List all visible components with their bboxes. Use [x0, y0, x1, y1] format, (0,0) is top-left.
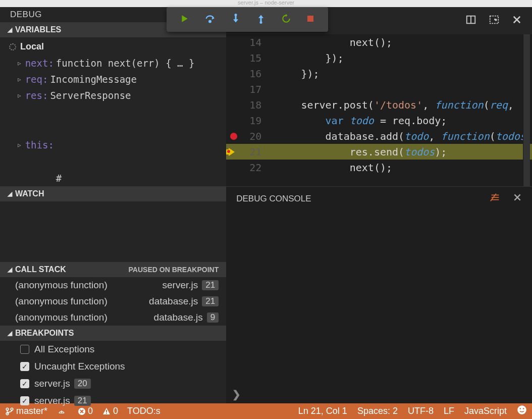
checkbox[interactable]: ✓: [20, 362, 29, 371]
toggle-preview-icon[interactable]: [489, 14, 500, 27]
feedback-icon[interactable]: [517, 405, 527, 417]
svg-point-20: [260, 21, 262, 24]
variable-value: ServerResponse: [50, 90, 131, 101]
expand-icon: ▷: [18, 142, 21, 148]
debug-console-title: DEBUG CONSOLE: [236, 194, 311, 204]
breakpoint-label: All Exceptions: [34, 344, 94, 355]
debug-toolbar[interactable]: [167, 7, 328, 32]
svg-point-33: [520, 408, 521, 409]
variable-row[interactable]: ▷ next: function next(err) { … }: [0, 55, 226, 71]
svg-point-14: [209, 20, 211, 22]
line-number: 14: [241, 36, 272, 48]
step-over-button[interactable]: [204, 13, 216, 26]
svg-marker-16: [233, 19, 238, 22]
section-watch[interactable]: ◢ WATCH: [0, 186, 226, 201]
clear-console-icon[interactable]: [490, 192, 501, 205]
variable-row[interactable]: ▷ this: #: [0, 103, 226, 186]
svg-point-4: [495, 19, 497, 21]
breakpoint-row[interactable]: ✓ Uncaught Exceptions: [0, 358, 226, 375]
breakpoint-label: Uncaught Exceptions: [34, 361, 125, 372]
callstack-status: PAUSED ON BREAKPOINT: [129, 266, 219, 274]
language-mode[interactable]: JavaScript: [464, 406, 507, 416]
console-output[interactable]: [226, 211, 532, 385]
editor-area: 14 next(); 15 }); 16 }); 17 18 server.po…: [226, 7, 532, 403]
restart-button[interactable]: [281, 14, 291, 26]
checkbox[interactable]: [20, 345, 29, 354]
variable-value: function next(err) { … }: [56, 58, 195, 69]
svg-point-31: [106, 413, 107, 414]
expand-icon: ▷: [18, 76, 21, 83]
code-line[interactable]: 17: [226, 81, 532, 97]
step-out-button[interactable]: [256, 14, 266, 26]
breakpoint-dot-icon[interactable]: [230, 133, 237, 140]
section-callstack[interactable]: ◢ CALL STACK PAUSED ON BREAKPOINT: [0, 262, 226, 277]
code-content: next();: [272, 36, 392, 48]
checkbox[interactable]: ✓: [20, 396, 29, 405]
code-line[interactable]: 22 next();: [226, 160, 532, 175]
indentation[interactable]: Spaces: 2: [357, 406, 398, 416]
scrollbar[interactable]: [523, 34, 530, 186]
frame-file: database.js: [149, 296, 198, 307]
breakpoint-row[interactable]: All Exceptions: [0, 341, 226, 358]
current-line-icon: [229, 148, 239, 156]
section-breakpoints[interactable]: ◢ BREAKPOINTS: [0, 326, 226, 341]
stop-button[interactable]: [306, 15, 314, 25]
close-editor-icon[interactable]: [512, 15, 522, 27]
svg-marker-19: [258, 15, 263, 18]
line-number: 15: [241, 52, 272, 64]
frame-function: (anonymous function): [15, 296, 149, 307]
variable-name: this:: [25, 139, 54, 150]
collapse-icon: ◢: [8, 26, 12, 33]
code-line[interactable]: 21 res.send(todos);: [226, 144, 532, 160]
code-line[interactable]: 18 server.post('/todos', function(req,: [226, 97, 532, 113]
variable-name: req:: [25, 74, 48, 85]
code-line[interactable]: 20 database.add(todo, function(todos): [226, 128, 532, 144]
svg-marker-13: [182, 15, 187, 22]
loading-spinner-icon: [9, 43, 16, 50]
breakpoint-line: 20: [74, 379, 91, 389]
continue-button[interactable]: [180, 14, 189, 25]
todos-button[interactable]: TODO:s: [127, 406, 161, 416]
callstack-frame[interactable]: (anonymous function) database.js 21: [0, 293, 226, 309]
code-content: server.post('/todos', function(req,: [272, 99, 520, 111]
console-input[interactable]: ❯: [226, 385, 532, 403]
checkbox[interactable]: ✓: [20, 379, 29, 388]
code-content: next();: [272, 162, 392, 174]
sidebar-title: DEBUG: [10, 10, 42, 20]
close-console-icon[interactable]: [513, 193, 522, 204]
breakpoint-label: server.js: [34, 378, 70, 389]
code-content: res.send(todos);: [272, 146, 447, 158]
code-line[interactable]: 16 });: [226, 66, 532, 81]
line-number: 16: [241, 68, 272, 80]
warnings-count[interactable]: 0: [102, 406, 118, 416]
line-number: 20: [241, 130, 272, 142]
code-line[interactable]: 19 var todo = req.body;: [226, 113, 532, 128]
breakpoint-row[interactable]: ✓ server.js20: [0, 375, 226, 392]
svg-point-32: [517, 405, 526, 414]
cursor-position[interactable]: Ln 21, Col 1: [298, 406, 347, 416]
variable-row[interactable]: ▷ res: ServerResponse: [0, 87, 226, 103]
variables-scope[interactable]: Local: [0, 37, 226, 55]
code-content: });: [272, 68, 319, 80]
svg-point-17: [235, 14, 237, 16]
svg-point-34: [523, 408, 524, 409]
callstack-frame[interactable]: (anonymous function) server.js 21: [0, 277, 226, 293]
code-content: var todo = req.body;: [272, 115, 447, 127]
encoding[interactable]: UTF-8: [408, 406, 434, 416]
variable-value: IncomingMessage: [50, 74, 137, 85]
git-branch[interactable]: master*: [5, 406, 47, 416]
variable-row[interactable]: ▷ req: IncomingMessage: [0, 71, 226, 87]
line-number: 17: [241, 83, 272, 95]
split-editor-icon[interactable]: [465, 14, 476, 27]
git-sync-icon[interactable]: [57, 407, 69, 416]
line-number: 22: [241, 162, 272, 174]
collapse-icon: ◢: [8, 190, 12, 197]
errors-count[interactable]: 0: [78, 406, 93, 416]
code-line[interactable]: 15 });: [226, 50, 532, 66]
debug-sidebar: DEBUG Launch ◢ VARIABLES Local ▷ next: f…: [0, 7, 226, 403]
code-editor[interactable]: 14 next(); 15 }); 16 }); 17 18 server.po…: [226, 34, 532, 186]
code-line[interactable]: 14 next();: [226, 34, 532, 50]
eol[interactable]: LF: [444, 406, 454, 416]
callstack-frame[interactable]: (anonymous function) database.js 9: [0, 309, 226, 326]
step-into-button[interactable]: [231, 14, 241, 26]
